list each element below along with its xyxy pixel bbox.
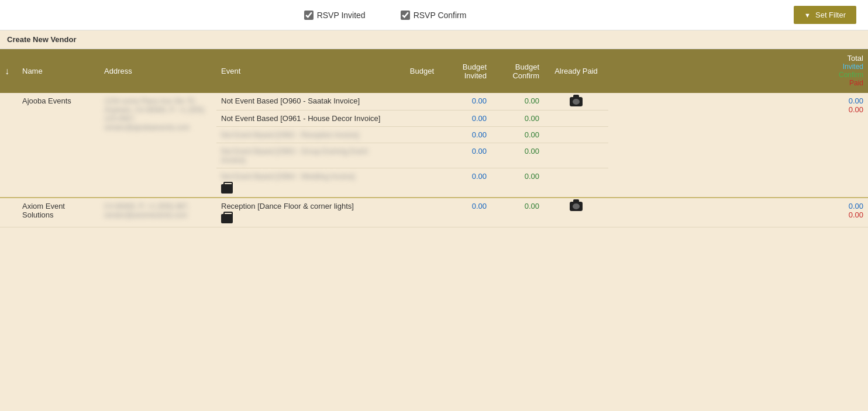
- th-total: Total Invited Confirm Paid: [608, 49, 868, 93]
- budget-cell: [392, 168, 439, 198]
- already-paid-cell: [544, 110, 608, 126]
- rsvp-invited-label: RSVP Invited: [317, 11, 366, 20]
- budget-invited-cell: 0.00: [439, 198, 491, 227]
- cell-sort: [0, 198, 18, 227]
- budget-invited-cell: 0.00: [439, 93, 491, 110]
- th-budget: Budget: [392, 49, 439, 93]
- event-cell: Not Event Based [O961 - House Decor Invo…: [216, 110, 392, 126]
- budget-confirm-cell: 0.00: [491, 110, 544, 126]
- th-budget-invited: BudgetInvited: [439, 49, 491, 93]
- filter-icon: [804, 11, 812, 19]
- event-cell: Not Event Based [O963 - Group Evening Ev…: [216, 143, 392, 168]
- event-cell: Not Event Based [O964 - Wedding Invoice]: [216, 168, 392, 198]
- th-address: Address: [99, 49, 216, 93]
- th-budget-confirm: BudgetConfirm: [491, 49, 544, 93]
- rsvp-confirm-label: RSVP Confirm: [414, 11, 467, 20]
- th-event: Event: [216, 49, 392, 93]
- th-sort[interactable]: ↓: [0, 49, 18, 93]
- budget-cell: [392, 93, 439, 110]
- budget-confirm-cell: 0.00: [491, 93, 544, 110]
- budget-invited-cell: 0.00: [439, 110, 491, 126]
- rsvp-invited-option[interactable]: RSVP Invited: [304, 11, 366, 20]
- set-filter-button[interactable]: Set Filter: [794, 6, 856, 24]
- rsvp-confirm-checkbox[interactable]: [401, 11, 410, 20]
- total-paid-val: 0.00: [849, 210, 863, 219]
- event-cell: Reception [Dance Floor & corner lights]: [216, 198, 392, 227]
- total-cell: 0.000.00: [608, 198, 868, 227]
- cell-sort: [0, 93, 18, 198]
- th-total-confirm: Confirm: [613, 71, 863, 79]
- create-vendor-bar: Create New Vendor: [0, 30, 868, 49]
- already-paid-cell: [544, 198, 608, 227]
- budget-confirm-cell: 0.00: [491, 126, 544, 143]
- vendor-address: CA 90000, P: +1 (555) 987, vendor@axiome…: [99, 198, 216, 227]
- budget-confirm-cell: 0.00: [491, 143, 544, 168]
- briefcase-icon: [221, 184, 233, 194]
- th-name: Name: [18, 49, 99, 93]
- top-bar: RSVP Invited RSVP Confirm Set Filter: [0, 0, 868, 30]
- already-paid-cell: [544, 168, 608, 198]
- create-vendor-link[interactable]: Create New Vendor: [7, 35, 77, 44]
- total-cell: 0.000.00: [608, 93, 868, 198]
- budget-cell: [392, 198, 439, 227]
- vendor-address: 1234 some Place Ave Ste 70, Anytown, CA …: [99, 93, 216, 198]
- sort-icon: ↓: [5, 66, 9, 77]
- rsvp-filters: RSVP Invited RSVP Confirm: [12, 11, 759, 20]
- briefcase-icon: [221, 214, 233, 223]
- budget-cell: [392, 110, 439, 126]
- budget-cell: [392, 143, 439, 168]
- already-paid-cell: [544, 93, 608, 110]
- already-paid-cell: [544, 143, 608, 168]
- vendor-name: Ajooba Events: [18, 93, 99, 198]
- event-cell: Not Event Based [O960 - Saatak Invoice]: [216, 93, 392, 110]
- budget-confirm-cell: 0.00: [491, 168, 544, 198]
- budget-cell: [392, 126, 439, 143]
- total-invited-val: 0.00: [849, 96, 863, 105]
- total-invited-val: 0.00: [849, 202, 863, 210]
- payment-icon[interactable]: [570, 97, 583, 106]
- total-paid-val: 0.00: [849, 105, 863, 114]
- budget-invited-cell: 0.00: [439, 143, 491, 168]
- vendors-table: ↓ Name Address Event Budget BudgetInvite…: [0, 49, 868, 227]
- th-already-paid: Already Paid: [544, 49, 608, 93]
- th-total-paid: Paid: [613, 79, 863, 87]
- budget-confirm-cell: 0.00: [491, 198, 544, 227]
- th-total-invited: Invited: [613, 63, 863, 71]
- vendor-name: Axiom Event Solutions: [18, 198, 99, 227]
- payment-icon[interactable]: [570, 202, 583, 211]
- rsvp-confirm-option[interactable]: RSVP Confirm: [401, 11, 467, 20]
- budget-invited-cell: 0.00: [439, 126, 491, 143]
- th-total-label: Total: [613, 54, 863, 63]
- rsvp-invited-checkbox[interactable]: [304, 11, 314, 20]
- budget-invited-cell: 0.00: [439, 168, 491, 198]
- already-paid-cell: [544, 126, 608, 143]
- event-cell: Not Event Based [O962 - Reception Invoic…: [216, 126, 392, 143]
- set-filter-label: Set Filter: [815, 11, 846, 19]
